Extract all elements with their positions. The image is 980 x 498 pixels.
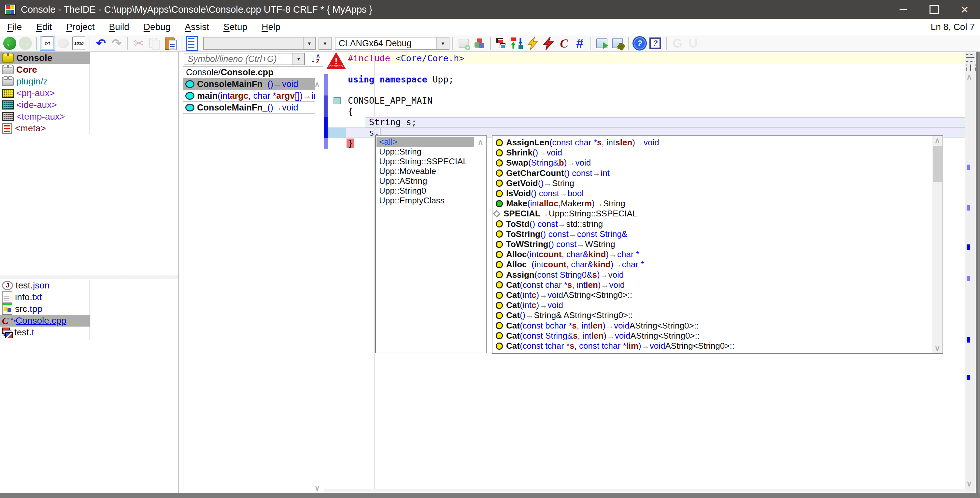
package-item-prj-aux[interactable]: <prj-aux> — [0, 87, 89, 99]
synchronize-button[interactable] — [509, 36, 525, 51]
errors-warning-icon[interactable]: ! ERRORS — [326, 52, 346, 70]
member-item[interactable]: Cat(int c) → void — [493, 300, 929, 310]
binary-file-button[interactable]: 1010 — [71, 36, 87, 51]
close-button[interactable]: × — [950, 0, 980, 19]
menu-edit[interactable]: Edit — [29, 19, 59, 35]
member-item[interactable]: Cat(const char *s, int len) → void — [493, 280, 929, 290]
run-lightning-icon[interactable] — [525, 36, 541, 51]
scrollbar-thumb[interactable] — [933, 146, 942, 182]
split-vertical-icon[interactable] — [966, 64, 976, 71]
symbol-item[interactable]: ConsoleMainFn_() → void — [183, 78, 315, 90]
redo-button[interactable]: ↷ — [109, 36, 124, 51]
scope-item[interactable]: Upp::String — [377, 147, 474, 156]
copy-button[interactable] — [146, 36, 162, 51]
scope-item[interactable]: Upp::EmptyClass — [377, 196, 474, 205]
menu-project[interactable]: Project — [59, 19, 102, 35]
editor-horizontal-scrollbar[interactable] — [324, 489, 965, 493]
build-button[interactable] — [494, 36, 509, 51]
menu-assist[interactable]: Assist — [178, 19, 216, 35]
scroll-down-icon[interactable]: ∨ — [314, 483, 320, 492]
help-topics-button[interactable]: ? — [632, 36, 648, 51]
symbol-item[interactable]: ConsoleMainFn_() → void — [183, 101, 315, 114]
member-item[interactable]: Cat(int c) → void AString<String0>:: — [493, 290, 929, 300]
navigate-back-button[interactable]: ← — [2, 36, 18, 51]
package-organizer-button[interactable] — [472, 36, 487, 51]
scroll-down-icon[interactable]: ∨ — [932, 343, 943, 353]
member-item[interactable]: Alloc(int count, char& kind) → char * — [493, 249, 929, 259]
member-item[interactable]: SPECIAL → Upp::String::SSPECIAL — [493, 209, 929, 219]
debug-window-button[interactable] — [610, 36, 625, 51]
member-item[interactable]: Cat(const bchar *s, int len) → void AStr… — [493, 321, 929, 331]
editor-scrollbar[interactable]: ∧ ∨ — [965, 52, 976, 493]
package-item-Core[interactable]: Core — [0, 64, 89, 76]
navigate-forward-button[interactable]: → — [18, 36, 33, 51]
new-file-button[interactable] — [185, 36, 200, 51]
scope-item[interactable]: <all> — [377, 137, 474, 147]
package-item-Console[interactable]: Console — [0, 52, 89, 64]
build-method-combo[interactable]: CLANGx64 Debug ▼ — [335, 37, 449, 50]
split-horizontal-icon[interactable] — [966, 54, 974, 62]
package-file-splitter[interactable] — [0, 275, 178, 279]
scroll-up-icon[interactable]: ∧ — [932, 136, 943, 145]
file-item-Console.cpp[interactable]: CConsole.cpp — [0, 315, 89, 327]
member-item[interactable]: ToWString() const → WString — [493, 239, 929, 249]
member-item[interactable]: Swap(String& b) → void — [493, 158, 929, 168]
file-history-combo[interactable]: ▼ — [203, 37, 316, 50]
maximize-button[interactable] — [919, 0, 950, 19]
paste-button[interactable] — [162, 36, 178, 51]
package-item-meta[interactable]: <meta> — [0, 123, 89, 134]
package-item-temp-aux[interactable]: <temp-aux> — [0, 111, 89, 123]
scroll-down-icon[interactable]: ∨ — [966, 479, 972, 488]
scroll-up-icon[interactable]: ∧ — [966, 72, 972, 81]
debug-lightning-icon[interactable] — [541, 36, 556, 51]
members-scrollbar[interactable]: ∧ ∨ — [932, 136, 943, 353]
member-item[interactable]: AssignLen(const char *s, int slen) → voi… — [493, 137, 929, 148]
member-item[interactable]: Alloc_(int count, char& kind) → char * — [493, 259, 929, 270]
member-item[interactable]: Cat(const String& s, int len) → void ASt… — [493, 331, 929, 341]
sort-alphabetically-button[interactable]: ↓ AZ — [307, 53, 323, 65]
preprocess-hash-button[interactable]: # — [572, 36, 587, 51]
member-item[interactable]: ToString() const → const String& — [493, 229, 929, 239]
menu-help[interactable]: Help — [255, 19, 288, 35]
member-item[interactable]: Shrink() → void — [493, 148, 929, 158]
file-item-src.tpp[interactable]: src.tpp — [0, 303, 89, 315]
file-item-test.json[interactable]: Jtest.json — [0, 279, 89, 291]
member-item[interactable]: Assign(const String0& s) → void — [493, 270, 929, 280]
member-item[interactable]: Make(int alloc, Maker m) → String — [493, 198, 929, 209]
mini-dropdown[interactable]: ▼ — [318, 37, 332, 50]
file-item-test.t[interactable]: test.t — [0, 327, 89, 338]
member-item[interactable]: ToStd() const → std::string — [493, 219, 929, 229]
member-item[interactable]: Cat() → String& AString<String0>:: — [493, 310, 929, 320]
scope-item[interactable]: Upp::String::SSPECIAL — [377, 156, 474, 166]
scroll-up-icon[interactable]: ∧ — [477, 137, 483, 147]
scroll-up-icon[interactable]: ∧ — [314, 80, 320, 89]
minimize-button[interactable] — [888, 0, 919, 19]
file-item-info.txt[interactable]: info.txt — [0, 291, 89, 303]
member-item[interactable]: GetVoid() → String — [493, 178, 929, 188]
package-item-ide-aux[interactable]: <ide-aux> — [0, 99, 89, 111]
package-item-pluginz[interactable]: plugin/z — [0, 76, 89, 87]
preprocess-c-button[interactable]: C — [556, 36, 572, 51]
scope-item[interactable]: Upp::Moveable — [377, 166, 474, 176]
cut-button[interactable]: ✂ — [131, 36, 146, 51]
scope-item[interactable]: Upp::AString — [377, 176, 474, 186]
google-search-button[interactable]: G — [670, 36, 685, 51]
title-bar[interactable]: Console - TheIDE - C:\upp\MyApps\Console… — [0, 0, 980, 19]
menu-debug[interactable]: Debug — [137, 19, 178, 35]
show-text-file-button[interactable]: txt — [40, 36, 56, 51]
symbol-item[interactable]: main(int argc, char *argv[]) → int — [183, 89, 315, 102]
member-item[interactable]: Cat(const tchar *s, const tchar *lim) → … — [493, 341, 929, 351]
symbol-list[interactable]: Console/Console.cpp ConsoleMainFn_() → v… — [183, 67, 323, 492]
scope-item[interactable]: Upp::String0 — [377, 186, 474, 196]
context-help-button[interactable]: ? — [648, 36, 663, 51]
symbol-search-combo[interactable]: Symbol/lineno (Ctrl+G) ▼ — [184, 53, 305, 65]
undo-button[interactable]: ↶ — [93, 36, 109, 51]
designer-palette-button[interactable] — [56, 36, 71, 51]
menu-build[interactable]: Build — [102, 19, 137, 35]
menu-file[interactable]: File — [0, 19, 29, 35]
upp-web-button[interactable]: U — [685, 36, 701, 51]
menu-setup[interactable]: Setup — [216, 19, 255, 35]
execute-in-window-button[interactable] — [594, 36, 610, 51]
member-item[interactable]: GetCharCount() const → int — [493, 168, 929, 178]
member-item[interactable]: IsVoid() const → bool — [493, 188, 929, 198]
